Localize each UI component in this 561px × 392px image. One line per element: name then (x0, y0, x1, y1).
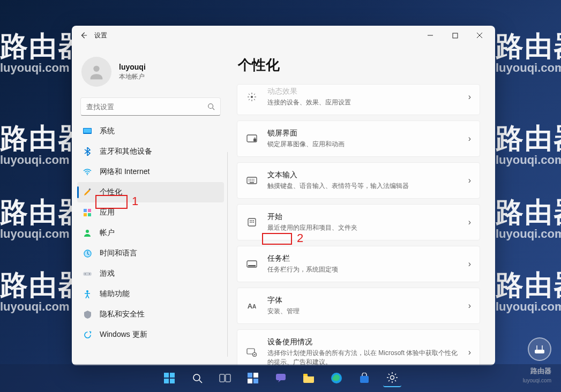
main-content: 个性化 动态效果连接的设备、效果、应用设置 › 锁屏界面锁定屏幕图像、应用和动画… (227, 45, 495, 365)
card-title: 设备使用情况 (267, 337, 459, 347)
card-start[interactable]: 开始最近使用的应用和项目、文件夹 › (237, 204, 480, 240)
person-icon (87, 63, 106, 81)
sidebar-item-system[interactable]: 系统 (77, 121, 224, 141)
taskbar-taskview-button[interactable] (216, 369, 234, 387)
sidebar-item-personalization[interactable]: 个性化 (77, 182, 224, 202)
sidebar-item-label: 时间和语言 (100, 248, 137, 258)
svg-line-26 (249, 94, 250, 95)
annotation-label-2: 2 (297, 231, 303, 245)
svg-line-80 (388, 380, 390, 381)
card-text-input[interactable]: 文本输入触摸键盘、语音输入、表情符号等，输入法编辑器 › (237, 162, 480, 199)
sidebar-item-label: 系统 (100, 126, 115, 136)
svg-rect-68 (276, 374, 286, 380)
sidebar-item-privacy[interactable]: 隐私和安全性 (77, 304, 224, 325)
paintbrush-icon (83, 187, 92, 197)
sidebar-item-update[interactable]: Windows 更新 (77, 325, 224, 345)
card-title: 锁屏界面 (267, 129, 459, 138)
svg-point-44 (251, 220, 252, 221)
sidebar-item-bluetooth[interactable]: 蓝牙和其他设备 (77, 141, 224, 162)
svg-point-46 (250, 222, 251, 223)
svg-point-47 (251, 222, 252, 223)
floating-router-widget[interactable] (528, 337, 551, 361)
card-device-usage[interactable]: 设备使用情况选择你计划使用设备的所有方法，以在 Microsoft 体验中获取个… (237, 329, 480, 365)
card-taskbar[interactable]: 任务栏任务栏行为，系统固定项 › (237, 246, 480, 282)
card-fonts[interactable]: AA 字体安装、管理 › (237, 288, 480, 324)
card-dynamic-effects[interactable]: 动态效果连接的设备、效果、应用设置 › (237, 84, 480, 115)
sidebar-item-accessibility[interactable]: 辅助功能 (77, 284, 224, 304)
svg-rect-41 (250, 182, 254, 183)
nav-list: 系统 蓝牙和其他设备 网络和 Internet 个性化 应用 (77, 121, 224, 345)
sidebar-item-label: 辅助功能 (100, 289, 130, 299)
close-button[interactable] (467, 27, 492, 44)
accessibility-icon (83, 289, 92, 299)
svg-point-72 (390, 376, 394, 380)
chevron-right-icon: › (468, 259, 471, 269)
maximize-button[interactable] (443, 27, 467, 44)
card-lock-screen[interactable]: 锁屏界面锁定屏幕图像、应用和动画 › (237, 120, 480, 157)
svg-point-43 (250, 220, 251, 221)
svg-rect-50 (248, 265, 256, 267)
svg-rect-13 (84, 213, 87, 216)
window-title: 设置 (94, 31, 107, 40)
annotation-label-1: 1 (132, 194, 138, 208)
page-title: 个性化 (238, 56, 480, 74)
back-button[interactable] (75, 27, 92, 44)
svg-rect-8 (84, 129, 91, 133)
sidebar-item-time[interactable]: 时间和语言 (77, 243, 224, 263)
chevron-right-icon: › (468, 176, 471, 185)
taskbar-edge-button[interactable] (327, 369, 346, 387)
taskbar (0, 364, 561, 392)
gamepad-icon (83, 269, 92, 278)
globe-clock-icon (83, 248, 92, 258)
search-input[interactable] (86, 103, 207, 111)
card-sub: 安装、管理 (267, 307, 459, 316)
svg-rect-31 (253, 139, 256, 141)
sidebar-item-accounts[interactable]: 帐户 (77, 223, 224, 243)
svg-line-6 (213, 108, 215, 110)
back-arrow-icon (80, 32, 87, 39)
svg-line-61 (199, 380, 202, 383)
start-icon (246, 218, 258, 227)
card-sub: 锁定屏幕图像、应用和动画 (267, 140, 459, 149)
wifi-icon (83, 167, 92, 177)
taskbar-search-button[interactable] (188, 369, 206, 387)
apps-icon (83, 208, 92, 217)
sidebar-item-network[interactable]: 网络和 Internet (77, 162, 224, 182)
bluetooth-icon (83, 147, 92, 156)
settings-window: 设置 luyouqi 本地帐户 (72, 26, 495, 365)
update-icon (83, 330, 92, 340)
card-title: 动态效果 (267, 87, 459, 96)
sidebar-item-label: 帐户 (100, 228, 115, 238)
svg-point-9 (87, 174, 88, 175)
svg-rect-58 (164, 379, 169, 383)
taskbar-chat-button[interactable] (272, 369, 290, 387)
minimize-button[interactable] (418, 27, 443, 44)
taskbar-widgets-button[interactable] (244, 369, 262, 387)
sidebar: luyouqi 本地帐户 系统 蓝牙和其他设备 网 (72, 45, 227, 365)
svg-point-48 (253, 222, 254, 223)
shield-icon (83, 310, 92, 319)
svg-point-5 (208, 104, 213, 109)
card-sub: 选择你计划使用设备的所有方法，以在 Microsoft 体验中获取个性化的提示、… (267, 349, 459, 365)
chevron-right-icon: › (468, 301, 471, 311)
profile-name: luyouqi (119, 63, 146, 71)
taskbar-settings-button[interactable] (383, 369, 401, 387)
svg-rect-17 (83, 272, 92, 276)
chevron-right-icon: › (468, 348, 471, 357)
sidebar-item-apps[interactable]: 应用 (77, 202, 224, 223)
taskbar-store-button[interactable] (355, 369, 373, 387)
taskbar-explorer-button[interactable] (300, 369, 318, 387)
avatar (81, 57, 111, 87)
svg-line-78 (395, 380, 396, 381)
sidebar-item-gaming[interactable]: 游戏 (77, 263, 224, 284)
svg-rect-39 (252, 180, 253, 182)
chevron-right-icon: › (468, 134, 471, 144)
profile-block[interactable]: luyouqi 本地帐户 (77, 49, 224, 97)
svg-point-4 (93, 66, 99, 72)
svg-rect-69 (303, 374, 308, 376)
svg-point-19 (89, 273, 90, 274)
search-box[interactable] (80, 97, 221, 116)
svg-line-27 (254, 99, 255, 100)
card-sub: 触摸键盘、语音输入、表情符号等，输入法编辑器 (267, 182, 459, 191)
taskbar-start-button[interactable] (160, 369, 178, 387)
